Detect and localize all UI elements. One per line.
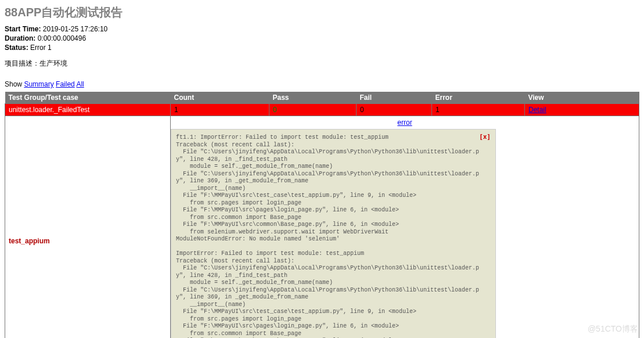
traceback-panel: [x] ft1.1: ImportError: Failed to import… [171,129,496,338]
duration-label: Duration: [5,34,35,42]
error-toggle-link[interactable]: error [397,118,412,127]
meta-start-time: Start Time: 2019-01-25 17:26:10 [5,25,639,33]
group-detail-link[interactable]: Detail [528,106,546,114]
header-group: Test Group/Test case [5,92,171,104]
header-error: Error [432,92,525,104]
start-time-label: Start Time: [5,25,41,33]
project-description: 项目描述：生产环境 [5,59,639,69]
header-count: Count [171,92,269,104]
group-name: unittest.loader._FailedTest [5,104,171,116]
error-link-wrap: error [171,116,639,129]
header-view: View [525,92,639,104]
show-failed-link[interactable]: Failed [56,80,75,88]
results-table: Test Group/Test case Count Pass Fail Err… [5,92,639,338]
start-time-value: 2019-01-25 17:26:10 [43,25,107,33]
header-fail: Fail [357,92,432,104]
group-view-cell: Detail [525,104,639,116]
header-pass: Pass [269,92,357,104]
group-pass: 0 [269,104,357,116]
show-filter-line: Show Summary Failed All [5,80,639,88]
test-case-name: test_appium [5,116,171,339]
test-case-row: test_appium error [x] ft1.1: ImportError… [5,116,639,339]
meta-status: Status: Error 1 [5,44,639,52]
duration-value: 0:00:00.000496 [38,34,86,42]
test-group-row: unittest.loader._FailedTest 1 0 0 1 Deta… [5,104,639,116]
close-icon[interactable]: [x] [479,133,491,141]
test-case-body: error [x] ft1.1: ImportError: Failed to … [171,116,639,339]
group-count: 1 [171,104,269,116]
group-error: 1 [432,104,525,116]
show-summary-link[interactable]: Summary [24,80,53,88]
show-label: Show [5,80,22,88]
report-title: 88APP自动化测试报告 [5,5,639,20]
show-all-link[interactable]: All [76,80,84,88]
traceback-text: ft1.1: ImportError: Failed to import tes… [176,134,481,338]
status-value: Error 1 [30,44,52,52]
group-fail: 0 [357,104,432,116]
meta-duration: Duration: 0:00:00.000496 [5,34,639,42]
table-header-row: Test Group/Test case Count Pass Fail Err… [5,92,639,104]
status-label: Status: [5,44,28,52]
